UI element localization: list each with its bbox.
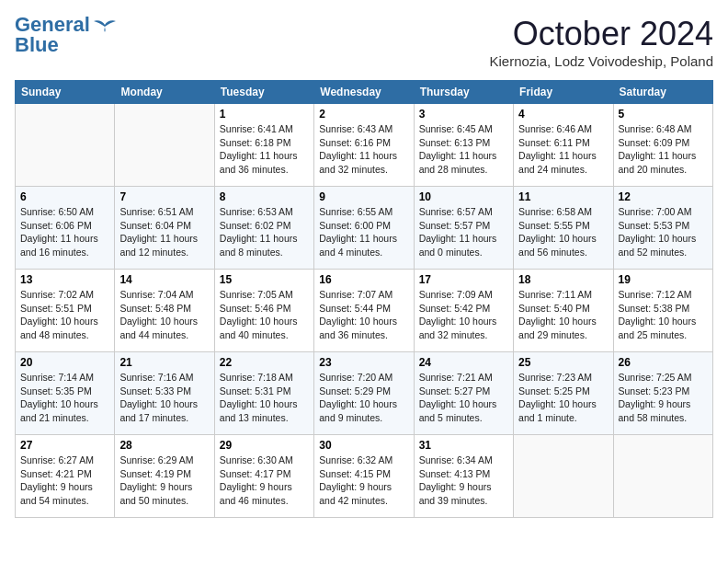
weekday-header: Friday	[514, 81, 613, 104]
calendar-week-row: 20Sunrise: 7:14 AM Sunset: 5:35 PM Dayli…	[16, 352, 713, 435]
weekday-header: Tuesday	[214, 81, 313, 104]
day-info: Sunrise: 6:32 AM Sunset: 4:15 PM Dayligh…	[319, 454, 408, 508]
day-number: 16	[319, 273, 408, 286]
day-info: Sunrise: 7:11 AM Sunset: 5:40 PM Dayligh…	[518, 288, 608, 342]
day-number: 20	[20, 356, 109, 369]
calendar-cell: 20Sunrise: 7:14 AM Sunset: 5:35 PM Dayli…	[16, 352, 115, 435]
day-number: 10	[419, 190, 508, 203]
calendar-cell: 4Sunrise: 6:46 AM Sunset: 6:11 PM Daylig…	[514, 104, 613, 187]
calendar-cell: 14Sunrise: 7:04 AM Sunset: 5:48 PM Dayli…	[115, 270, 214, 352]
day-info: Sunrise: 7:12 AM Sunset: 5:38 PM Dayligh…	[619, 288, 708, 342]
calendar-cell: 28Sunrise: 6:29 AM Sunset: 4:19 PM Dayli…	[115, 435, 214, 518]
weekday-header: Wednesday	[314, 81, 414, 104]
day-number: 27	[20, 439, 109, 452]
day-number: 6	[20, 190, 109, 203]
day-info: Sunrise: 6:41 AM Sunset: 6:18 PM Dayligh…	[220, 122, 309, 177]
day-info: Sunrise: 6:55 AM Sunset: 6:00 PM Dayligh…	[319, 205, 408, 259]
day-info: Sunrise: 7:07 AM Sunset: 5:44 PM Dayligh…	[319, 288, 408, 342]
calendar-cell: 29Sunrise: 6:30 AM Sunset: 4:17 PM Dayli…	[214, 435, 313, 518]
calendar-cell: 10Sunrise: 6:57 AM Sunset: 5:57 PM Dayli…	[414, 187, 513, 270]
day-info: Sunrise: 7:14 AM Sunset: 5:35 PM Dayligh…	[20, 371, 109, 425]
day-info: Sunrise: 6:48 AM Sunset: 6:09 PM Dayligh…	[619, 122, 708, 177]
day-info: Sunrise: 6:30 AM Sunset: 4:17 PM Dayligh…	[220, 454, 309, 508]
calendar-cell: 16Sunrise: 7:07 AM Sunset: 5:44 PM Dayli…	[314, 270, 414, 352]
day-info: Sunrise: 6:53 AM Sunset: 6:02 PM Dayligh…	[220, 205, 309, 259]
day-info: Sunrise: 7:04 AM Sunset: 5:48 PM Dayligh…	[119, 288, 209, 342]
calendar-week-row: 6Sunrise: 6:50 AM Sunset: 6:06 PM Daylig…	[16, 187, 713, 270]
day-info: Sunrise: 6:51 AM Sunset: 6:04 PM Dayligh…	[119, 205, 209, 259]
day-info: Sunrise: 6:57 AM Sunset: 5:57 PM Dayligh…	[419, 205, 508, 259]
logo: GeneralBlue	[15, 15, 118, 55]
day-number: 26	[619, 356, 708, 369]
day-number: 14	[119, 273, 209, 286]
calendar-cell: 25Sunrise: 7:23 AM Sunset: 5:25 PM Dayli…	[514, 352, 613, 435]
day-number: 9	[319, 190, 408, 203]
day-info: Sunrise: 7:00 AM Sunset: 5:53 PM Dayligh…	[619, 205, 708, 259]
calendar-cell: 24Sunrise: 7:21 AM Sunset: 5:27 PM Dayli…	[414, 352, 513, 435]
calendar-cell: 21Sunrise: 7:16 AM Sunset: 5:33 PM Dayli…	[115, 352, 214, 435]
day-info: Sunrise: 7:20 AM Sunset: 5:29 PM Dayligh…	[319, 371, 408, 425]
calendar-table: SundayMondayTuesdayWednesdayThursdayFrid…	[15, 80, 713, 518]
day-number: 21	[119, 356, 209, 369]
day-number: 5	[619, 108, 708, 121]
month-title: October 2024	[489, 15, 713, 53]
day-number: 18	[518, 273, 608, 286]
calendar-cell: 5Sunrise: 6:48 AM Sunset: 6:09 PM Daylig…	[613, 104, 712, 187]
day-number: 23	[319, 356, 408, 369]
calendar-cell: 27Sunrise: 6:27 AM Sunset: 4:21 PM Dayli…	[16, 435, 115, 518]
day-number: 3	[419, 108, 508, 121]
calendar-cell: 1Sunrise: 6:41 AM Sunset: 6:18 PM Daylig…	[214, 104, 313, 187]
weekday-header: Saturday	[613, 81, 712, 104]
calendar-cell: 18Sunrise: 7:11 AM Sunset: 5:40 PM Dayli…	[514, 270, 613, 352]
location: Kiernozia, Lodz Voivodeship, Poland	[489, 53, 713, 69]
title-block: October 2024 Kiernozia, Lodz Voivodeship…	[489, 15, 713, 69]
day-info: Sunrise: 7:23 AM Sunset: 5:25 PM Dayligh…	[518, 371, 608, 425]
page-header: GeneralBlue October 2024 Kiernozia, Lodz…	[15, 15, 713, 69]
day-number: 19	[619, 273, 708, 286]
weekday-header-row: SundayMondayTuesdayWednesdayThursdayFrid…	[16, 81, 713, 104]
calendar-cell: 17Sunrise: 7:09 AM Sunset: 5:42 PM Dayli…	[414, 270, 513, 352]
day-info: Sunrise: 6:43 AM Sunset: 6:16 PM Dayligh…	[319, 122, 408, 177]
calendar-cell: 12Sunrise: 7:00 AM Sunset: 5:53 PM Dayli…	[613, 187, 712, 270]
calendar-cell	[115, 104, 214, 187]
day-info: Sunrise: 6:58 AM Sunset: 5:55 PM Dayligh…	[518, 205, 608, 259]
day-info: Sunrise: 7:09 AM Sunset: 5:42 PM Dayligh…	[419, 288, 508, 342]
calendar-cell: 7Sunrise: 6:51 AM Sunset: 6:04 PM Daylig…	[115, 187, 214, 270]
calendar-cell: 2Sunrise: 6:43 AM Sunset: 6:16 PM Daylig…	[314, 104, 414, 187]
calendar-cell	[16, 104, 115, 187]
day-number: 24	[419, 356, 508, 369]
day-info: Sunrise: 7:16 AM Sunset: 5:33 PM Dayligh…	[119, 371, 209, 425]
day-info: Sunrise: 7:25 AM Sunset: 5:23 PM Dayligh…	[619, 371, 708, 425]
day-number: 28	[119, 439, 209, 452]
weekday-header: Monday	[115, 81, 214, 104]
day-number: 1	[220, 108, 309, 121]
day-number: 8	[220, 190, 309, 203]
calendar-cell	[613, 435, 712, 518]
day-number: 13	[20, 273, 109, 286]
weekday-header: Sunday	[16, 81, 115, 104]
day-number: 12	[619, 190, 708, 203]
calendar-cell: 11Sunrise: 6:58 AM Sunset: 5:55 PM Dayli…	[514, 187, 613, 270]
day-number: 22	[220, 356, 309, 369]
calendar-week-row: 27Sunrise: 6:27 AM Sunset: 4:21 PM Dayli…	[16, 435, 713, 518]
calendar-cell: 3Sunrise: 6:45 AM Sunset: 6:13 PM Daylig…	[414, 104, 513, 187]
calendar-cell: 31Sunrise: 6:34 AM Sunset: 4:13 PM Dayli…	[414, 435, 513, 518]
day-info: Sunrise: 6:50 AM Sunset: 6:06 PM Dayligh…	[20, 205, 109, 259]
calendar-cell: 22Sunrise: 7:18 AM Sunset: 5:31 PM Dayli…	[214, 352, 313, 435]
logo-text: GeneralBlue	[15, 15, 90, 55]
calendar-week-row: 1Sunrise: 6:41 AM Sunset: 6:18 PM Daylig…	[16, 104, 713, 187]
day-number: 30	[319, 439, 408, 452]
day-info: Sunrise: 7:21 AM Sunset: 5:27 PM Dayligh…	[419, 371, 508, 425]
day-number: 29	[220, 439, 309, 452]
day-info: Sunrise: 7:18 AM Sunset: 5:31 PM Dayligh…	[220, 371, 309, 425]
weekday-header: Thursday	[414, 81, 513, 104]
day-info: Sunrise: 7:05 AM Sunset: 5:46 PM Dayligh…	[220, 288, 309, 342]
day-number: 17	[419, 273, 508, 286]
calendar-cell: 15Sunrise: 7:05 AM Sunset: 5:46 PM Dayli…	[214, 270, 313, 352]
day-info: Sunrise: 6:29 AM Sunset: 4:19 PM Dayligh…	[119, 454, 209, 508]
calendar-cell: 23Sunrise: 7:20 AM Sunset: 5:29 PM Dayli…	[314, 352, 414, 435]
day-number: 11	[518, 190, 608, 203]
day-number: 2	[319, 108, 408, 121]
calendar-week-row: 13Sunrise: 7:02 AM Sunset: 5:51 PM Dayli…	[16, 270, 713, 352]
calendar-cell	[514, 435, 613, 518]
